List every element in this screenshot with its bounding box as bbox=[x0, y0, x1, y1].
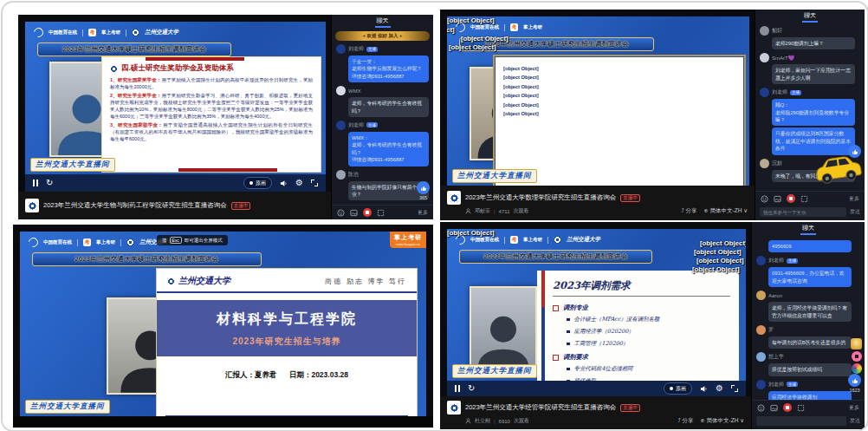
fullscreen-button[interactable] bbox=[731, 385, 738, 392]
q2-player-column: 中国教育在线 考 掌上考研 2023年兰州交通大学硕士研究生招生调剂宣讲会 [o… bbox=[440, 10, 755, 220]
volume-icon[interactable] bbox=[700, 385, 708, 393]
palm-kaoyan-logo-icon: 考 bbox=[510, 23, 518, 31]
emoji-icon[interactable] bbox=[337, 209, 345, 217]
chat-bubble: 千金一笑： 老师生物学后期发展怎么样呢？ 详情咨询0931-4956887 bbox=[348, 56, 429, 82]
chat-header: 聊天 bbox=[755, 10, 865, 23]
language-selector[interactable]: ⊕ 简体中文-ZH ∨ bbox=[701, 417, 744, 425]
gift-ball-icon bbox=[852, 363, 862, 374]
screenshot-icon[interactable] bbox=[800, 195, 808, 203]
q2-video-area[interactable]: 中国教育在线 考 掌上考研 2023年兰州交通大学硕士研究生招生调剂宣讲会 [o… bbox=[447, 16, 749, 186]
host-badge: 主播 bbox=[790, 90, 801, 95]
presentation-slide: 四.硕士研究生奖助学金及资助体系 1、研究生国家奖学金：用于奖励纳入全国招生计划… bbox=[101, 56, 321, 173]
quality-selector[interactable]: 原画 bbox=[243, 177, 272, 189]
gift-icon[interactable] bbox=[363, 208, 372, 217]
eol-logo-label: 中国教育在线 bbox=[470, 24, 499, 30]
eol-logo-icon bbox=[32, 26, 45, 39]
stream-card-materials-fullscreen: 中国教育在线 考 掌上考研 兰州交通大学 按Esc即可退出全屏模式 掌上考研 w… bbox=[13, 225, 433, 428]
streamer-name: 邓献菲 bbox=[475, 207, 490, 215]
screenshot-icon[interactable] bbox=[377, 209, 385, 217]
share-button[interactable]: ⤴ 分享 bbox=[682, 207, 697, 215]
pause-button[interactable] bbox=[33, 180, 38, 186]
host-badge: 主播 bbox=[366, 122, 378, 127]
viewer-icon bbox=[465, 208, 471, 214]
gift-icon[interactable] bbox=[783, 403, 792, 412]
q2-header-logos: 中国教育在线 考 掌上考研 bbox=[447, 16, 749, 34]
chat-welcome-banner: + 欢迎 你好 加入 + bbox=[335, 31, 430, 41]
thumbs-up-icon[interactable] bbox=[417, 181, 430, 194]
thumbs-up-icon[interactable] bbox=[848, 374, 861, 387]
eol-logo-label: 中国教育在线 bbox=[49, 29, 77, 36]
presenter-name: 汇报人：夏养君 bbox=[225, 370, 277, 379]
image-icon[interactable] bbox=[350, 209, 358, 217]
chat-input[interactable] bbox=[756, 416, 846, 426]
chat-bubble: 4956609 bbox=[768, 240, 852, 252]
volume-icon[interactable] bbox=[280, 180, 288, 187]
emoji-icon[interactable] bbox=[761, 195, 768, 203]
event-title-banner: 2023年兰州交通大学硕士研究生招生调剂宣讲会 bbox=[459, 37, 654, 51]
q1-video-area[interactable]: 中国教育在线 考 掌上考研 兰州交通大学 2023年兰州交通大学硕士研究生招生调… bbox=[25, 22, 326, 174]
palm-kaoyan-logo-icon: 考 bbox=[83, 238, 91, 246]
view-count: 6910 bbox=[499, 419, 510, 424]
chat-bubble: 老师290能调剂上嘛？ bbox=[772, 37, 855, 49]
chat-message: 刘老师 主播 0931-4956609，办公室电话，欢迎大家电话咨询 bbox=[756, 256, 860, 287]
slide-paragraph: 2、研究生学业奖学金：用于奖励研究生勤奋学习、潜心科研、勇于创新、积极进取，更好… bbox=[110, 92, 313, 121]
chat-more-button[interactable]: 更多 bbox=[418, 209, 428, 217]
presentation-slide: 兰州交通大学 尚德 励志 博学 笃行 材料科学与工程学院 2023年研究生招生与… bbox=[156, 268, 418, 416]
presenter-webcam bbox=[470, 286, 537, 373]
danmaku-line: [object Object] bbox=[696, 257, 744, 264]
view-count-suffix: 次观看 bbox=[513, 207, 528, 215]
chat-message-list[interactable]: 刘老师 主播 千金一笑： 老师生物学后期发展怎么样呢？ 详情咨询0931-495… bbox=[332, 42, 433, 205]
chat-username: 刘老师 bbox=[772, 88, 787, 96]
chat-input[interactable] bbox=[760, 207, 846, 217]
image-icon[interactable] bbox=[774, 195, 781, 203]
image-icon[interactable] bbox=[770, 404, 778, 412]
host-badge: 主播 bbox=[787, 382, 798, 387]
settings-gear-icon[interactable]: ⚙ bbox=[295, 179, 303, 187]
chat-username: 罗 bbox=[768, 326, 774, 334]
q3-video-area[interactable]: 中国教育在线 考 掌上考研 兰州交通大学 按Esc即可退出全屏模式 掌上考研 w… bbox=[20, 232, 426, 416]
live-badge: 直播中 bbox=[231, 202, 251, 210]
screenshot-icon[interactable] bbox=[797, 404, 805, 412]
stream-title: 2023年兰州交通大学经管学院研究生招生直播咨询会 bbox=[465, 403, 616, 412]
slide-body: 1、研究生国家奖学金：用于奖励纳入全国招生计划内的高校中表现优异的全日制研究生，… bbox=[110, 76, 313, 142]
chat-message: WMX 老师，专科考研的学生会有歧视吗？ bbox=[336, 86, 429, 117]
college-title: 材料科学与工程学院 bbox=[157, 310, 417, 329]
chat-bubble: 老师，应用经济学接受调剂吗？有官方详细信息在哪里可以查 bbox=[768, 302, 852, 322]
palm-kaoyan-logo-label: 掌上考研 bbox=[523, 237, 542, 243]
chat-message: 陈浩 生物与制药学院好像只有两个专业？ bbox=[336, 170, 429, 201]
share-button[interactable]: ⤴ 分享 bbox=[678, 417, 694, 425]
event-title-banner: 2023年兰州交通大学硕士研究生招生调剂宣讲会 bbox=[459, 250, 652, 264]
settings-gear-icon[interactable]: ⚙ bbox=[716, 384, 723, 393]
chat-more-button[interactable]: 更多 bbox=[849, 404, 859, 412]
pause-button[interactable] bbox=[455, 385, 460, 392]
stream-meta-row: 邓献菲 | 4711 次观看 ⤴ 分享 ⊕ 简体中文-ZH ∨ bbox=[447, 207, 748, 215]
liveroom-badge: 兰州交通大学直播间 bbox=[25, 400, 110, 414]
slide-bullet: 择优录取 bbox=[567, 377, 730, 381]
refresh-button[interactable]: ↻ bbox=[468, 384, 475, 393]
send-button[interactable]: 发送 bbox=[850, 208, 860, 216]
avatar bbox=[336, 170, 346, 180]
chat-message: 罗 每年调剂的话B区考生还是很多的 bbox=[756, 325, 860, 349]
chat-username: 刘老师 bbox=[768, 257, 784, 264]
chat-bubble: 0931-4956609，办公室电话，欢迎大家电话咨询 bbox=[768, 267, 852, 287]
send-button[interactable]: 发送 bbox=[850, 417, 860, 425]
university-seal-icon bbox=[110, 65, 118, 73]
quality-selector[interactable]: 原画 bbox=[664, 382, 692, 395]
q4-video-area[interactable]: 中国教育在线 考 掌上考研 兰州交通大学 2023年兰州交通大学硕士研究生招生调… bbox=[447, 229, 746, 381]
avatar bbox=[336, 121, 346, 130]
chat-input-row: 发送 bbox=[752, 415, 865, 429]
like-widget[interactable]: 1623 bbox=[848, 374, 861, 393]
language-selector[interactable]: ⊕ 简体中文-ZH ∨ bbox=[704, 207, 748, 215]
chat-header: 聊天 bbox=[752, 222, 865, 236]
emoji-icon[interactable] bbox=[757, 404, 765, 412]
slide-title: 四.硕士研究生奖助学金及资助体系 bbox=[121, 63, 234, 74]
like-widget[interactable]: 365 bbox=[417, 181, 430, 200]
slide-section: 调剂要求 专业代码前4位必须相同择优录取 bbox=[553, 353, 730, 381]
refresh-button[interactable]: ↻ bbox=[46, 179, 53, 187]
slide-date: 日期：2023.03.28 bbox=[289, 370, 348, 379]
fullscreen-button[interactable] bbox=[311, 180, 318, 186]
gift-icon[interactable] bbox=[787, 194, 795, 203]
chat-more-button[interactable]: 更多 bbox=[849, 195, 859, 203]
esc-key: Esc bbox=[170, 237, 182, 244]
avatar bbox=[756, 352, 766, 362]
